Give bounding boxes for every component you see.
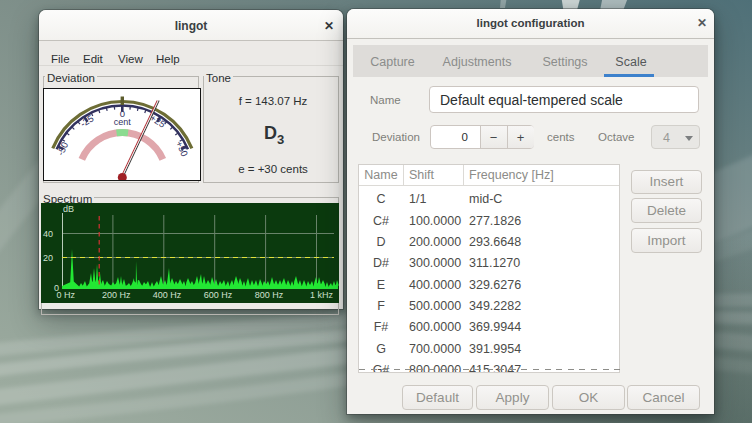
svg-text:1 kHz: 1 kHz	[310, 290, 334, 300]
svg-text:200 Hz: 200 Hz	[102, 290, 131, 300]
svg-text:40: 40	[43, 229, 53, 239]
svg-text:800 Hz: 800 Hz	[255, 290, 284, 300]
svg-text:cent: cent	[114, 117, 132, 127]
svg-text:400 Hz: 400 Hz	[153, 290, 182, 300]
svg-text:20: 20	[43, 253, 53, 263]
svg-text:dB: dB	[63, 204, 74, 214]
svg-text:600 Hz: 600 Hz	[204, 290, 233, 300]
svg-text:0 Hz: 0 Hz	[57, 290, 76, 300]
